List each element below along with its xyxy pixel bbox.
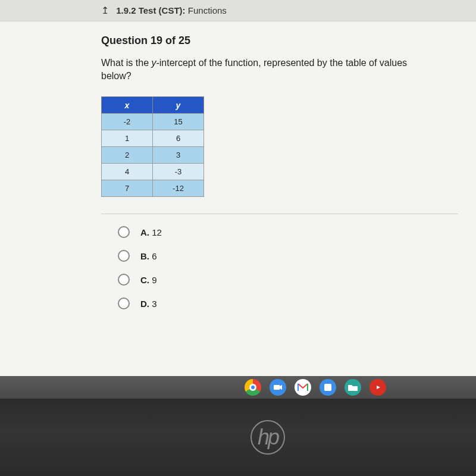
laptop-bezel: hp	[0, 399, 476, 476]
question-number: Question 19 of 25	[101, 35, 476, 47]
cell-y: 3	[153, 147, 204, 164]
option-b[interactable]: B. 6	[118, 250, 476, 262]
cell-y: 6	[153, 130, 204, 147]
screen-area: ↥ 1.9.2 Test (CST): Functions Question 1…	[0, 0, 476, 399]
test-label: Test (CST):	[139, 5, 186, 15]
answer-options: A. 12 B. 6 C. 9 D	[101, 226, 476, 309]
table-row: -2 15	[102, 114, 204, 130]
app-icon[interactable]	[320, 379, 336, 396]
option-label: B. 6	[140, 251, 157, 261]
divider	[101, 214, 458, 214]
table-header-y: y	[153, 97, 204, 114]
cell-x: 7	[102, 180, 153, 197]
option-label: D. 3	[140, 299, 157, 309]
option-letter: D.	[140, 299, 149, 309]
table-row: 7 -12	[102, 180, 204, 197]
content-area: Question 19 of 25 What is the y-intercep…	[0, 21, 476, 378]
option-value: 12	[152, 227, 162, 237]
cell-y: -12	[153, 180, 204, 197]
cell-x: 4	[102, 164, 153, 180]
cell-x: 2	[102, 147, 153, 164]
prompt-pre: What is the	[101, 58, 151, 68]
chrome-icon[interactable]	[245, 379, 261, 396]
files-icon[interactable]	[345, 379, 361, 396]
option-label: C. 9	[140, 275, 157, 285]
table-row: 2 3	[102, 147, 204, 164]
radio-icon[interactable]	[118, 250, 130, 262]
camera-icon[interactable]	[270, 379, 286, 396]
table-row: 1 6	[102, 130, 204, 147]
radio-icon[interactable]	[118, 226, 130, 238]
option-letter: A.	[140, 227, 149, 237]
radio-icon[interactable]	[118, 274, 130, 286]
table-header-x: x	[102, 97, 153, 114]
cell-y: 15	[153, 114, 204, 130]
cell-x: -2	[102, 114, 153, 130]
cell-x: 1	[102, 130, 153, 147]
taskbar	[0, 376, 476, 399]
table-row: 4 -3	[102, 164, 204, 180]
option-c[interactable]: C. 9	[118, 274, 476, 286]
option-label: A. 12	[140, 227, 162, 237]
option-value: 3	[152, 299, 156, 309]
page-header: ↥ 1.9.2 Test (CST): Functions	[0, 0, 476, 21]
gmail-icon[interactable]	[295, 379, 311, 396]
back-icon[interactable]: ↥	[101, 5, 109, 16]
radio-icon[interactable]	[118, 298, 130, 309]
youtube-icon[interactable]	[369, 379, 386, 396]
option-value: 9	[152, 275, 156, 285]
option-letter: C.	[140, 275, 149, 285]
values-table: x y -2 15 1 6 2 3 4 -3	[101, 96, 204, 197]
option-letter: B.	[140, 251, 149, 261]
svg-rect-0	[274, 385, 280, 390]
test-id: 1.9.2	[116, 5, 136, 15]
option-a[interactable]: A. 12	[118, 226, 476, 238]
cell-y: -3	[153, 164, 204, 180]
question-prompt: What is the y-intercept of the function,…	[101, 57, 434, 82]
test-name: Functions	[188, 5, 227, 15]
hp-logo-icon: hp	[250, 420, 285, 455]
option-d[interactable]: D. 3	[118, 298, 476, 309]
option-value: 6	[152, 251, 156, 261]
